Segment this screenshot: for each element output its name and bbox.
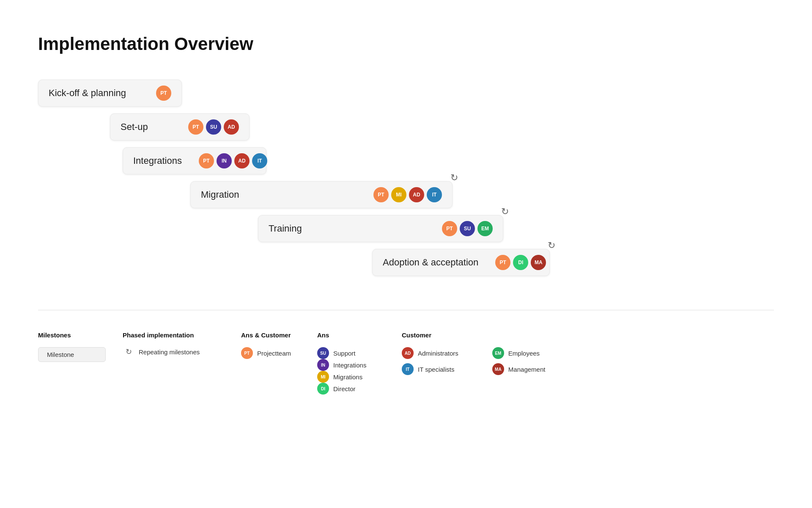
avatar-ad-setup: AD [224,119,239,135]
repeating-label: Repeating milestones [139,348,200,356]
phase-avatars-adoption: PTDIMA [495,255,546,270]
legend-label-mi: Migrations [333,373,362,381]
legend-item-in: INIntegrations [317,359,376,371]
phase-bar-migration[interactable]: ↻MigrationPTMIADIT [190,181,453,208]
phases-container: Kick-off & planningPTSet-upPTSUADIntegra… [38,80,774,276]
legend-avatar-di: DI [317,383,329,395]
ans-customer-legend: Ans & Customer PTProjectteam [241,331,317,359]
phase-name-migration: Migration [201,189,239,200]
phase-bar-training[interactable]: ↻TrainingPTSUEM [258,215,503,242]
milestones-title: Milestones [38,331,106,339]
avatar-pt-adoption: PT [495,255,510,270]
phase-name-training: Training [269,223,302,234]
repeat-icon: ↻ [123,347,134,356]
phase-row-kickoff: Kick-off & planningPT [38,80,774,107]
avatar-ad-integrations: AD [234,153,250,168]
page-container: Implementation Overview Kick-off & plann… [0,0,812,428]
repeat-icon-training: ↻ [501,206,509,217]
legend-divider [38,310,774,310]
avatar-it-integrations: IT [252,153,267,168]
phase-avatars-integrations: PTINADIT [199,153,267,168]
legend-item-mi: MIMigrations [317,371,376,383]
legend-label-it: IT specialists [418,366,454,373]
avatar-mi-migration: MI [391,187,406,202]
avatar-ma-adoption: MA [531,255,546,270]
legend-item-em: EMEmployees [492,347,546,359]
avatar-pt-training: PT [442,221,457,236]
legend-avatar-em: EM [492,347,504,359]
phased-title: Phased implementation [123,331,224,339]
customer-legend: Customer ADAdministratorsITIT specialist… [402,331,571,375]
page-title: Implementation Overview [38,34,774,54]
phase-row-setup: Set-upPTSUAD [110,113,774,141]
phase-bar-kickoff[interactable]: Kick-off & planningPT [38,80,182,107]
legend-item-it: ITIT specialists [402,363,458,375]
legend-avatar-su: SU [317,347,329,359]
phase-row-adoption: ↻Adoption & acceptationPTDIMA [372,249,774,276]
legend-avatar-it: IT [402,363,414,375]
phase-row-migration: ↻MigrationPTMIADIT [190,181,774,208]
customer-title: Customer [402,331,554,339]
avatar-in-integrations: IN [217,153,232,168]
legend-item-di: DIDirector [317,383,376,395]
phase-name-setup: Set-up [121,121,148,133]
ans-customer-title: Ans & Customer [241,331,292,339]
legend-item-ma: MAManagement [492,363,546,375]
phase-name-kickoff: Kick-off & planning [49,88,126,99]
phase-bar-adoption[interactable]: ↻Adoption & acceptationPTDIMA [372,249,550,276]
phase-avatars-setup: PTSUAD [188,119,239,135]
repeating-item: ↻ Repeating milestones [123,347,224,356]
phase-avatars-migration: PTMIADIT [373,187,442,202]
phase-name-integrations: Integrations [133,155,182,166]
legend-avatar-mi: MI [317,371,329,383]
legend-avatar-ma: MA [492,363,504,375]
legend-label-ad: Administrators [418,350,458,357]
legend-item-pt: PTProjectteam [241,347,292,359]
legend-label-ma: Management [508,366,546,373]
avatar-it-migration: IT [427,187,442,202]
phase-avatars-kickoff: PT [156,86,171,101]
ans-legend: Ans SUSupportINIntegrationsMIMigrationsD… [317,331,402,395]
phased-legend: Phased implementation ↻ Repeating milest… [123,331,241,356]
phase-row-integrations: IntegrationsPTINADIT [123,147,774,174]
legend-label-pt: Projectteam [257,350,291,357]
repeat-icon-migration: ↻ [450,172,458,183]
phase-bar-setup[interactable]: Set-upPTSUAD [110,113,250,141]
legend-label-em: Employees [508,350,540,357]
avatar-pt-migration: PT [373,187,389,202]
avatar-di-adoption: DI [513,255,528,270]
legend-avatar-in: IN [317,359,329,371]
customer-columns: ADAdministratorsITIT specialists EMEmplo… [402,347,554,375]
legend-item-ad: ADAdministrators [402,347,458,359]
legend-container: Milestones Milestone Phased implementati… [38,331,774,395]
ans-title: Ans [317,331,376,339]
avatar-pt-setup: PT [188,119,203,135]
avatar-su-setup: SU [206,119,221,135]
avatar-ad-migration: AD [409,187,424,202]
avatar-su-training: SU [460,221,475,236]
milestone-box: Milestone [38,347,106,362]
legend-item-su: SUSupport [317,347,376,359]
avatar-pt-integrations: PT [199,153,214,168]
phase-name-adoption: Adoption & acceptation [383,257,478,268]
avatar-pt-kickoff: PT [156,86,171,101]
phase-avatars-training: PTSUEM [442,221,493,236]
legend-label-in: Integrations [333,362,366,369]
legend-avatar-ad: AD [402,347,414,359]
phase-row-training: ↻TrainingPTSUEM [258,215,774,242]
milestones-legend: Milestones Milestone [38,331,123,362]
phase-bar-integrations[interactable]: IntegrationsPTINADIT [123,147,266,174]
legend-label-di: Director [333,385,356,392]
repeat-icon-adoption: ↻ [548,240,555,251]
avatar-em-training: EM [477,221,493,236]
legend-avatar-pt: PT [241,347,253,359]
legend-label-su: Support [333,350,356,357]
